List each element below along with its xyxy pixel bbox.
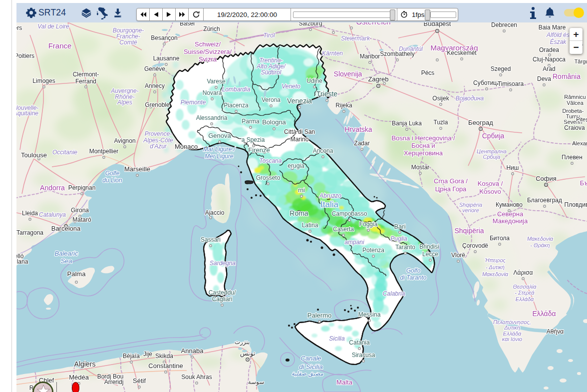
svg-text:Montpellier: Montpellier <box>89 148 119 155</box>
svg-text:Provence-: Provence- <box>145 130 172 137</box>
svg-text:Râmnicu: Râmnicu <box>564 94 586 100</box>
svg-text:Canale: Canale <box>300 355 321 362</box>
svg-text:Битола: Битола <box>490 235 510 242</box>
svg-text:Abruzzo: Abruzzo <box>319 192 341 199</box>
svg-text:Bari: Bari <box>394 223 405 230</box>
svg-text:Mar Ligure /: Mar Ligure / <box>203 146 236 153</box>
svg-text:erugia: erugia <box>288 162 304 169</box>
svg-text:Mataró: Mataró <box>72 216 91 223</box>
svg-text:Ferrand: Ferrand <box>75 78 96 85</box>
svg-text:Taranto: Taranto <box>395 244 415 251</box>
svg-text:Kecskemét: Kecskemét <box>447 49 477 56</box>
svg-text:Messina: Messina <box>358 311 381 318</box>
svg-text:Rijeka: Rijeka <box>335 102 352 109</box>
svg-text:Suisse/Svizzera/: Suisse/Svizzera/ <box>184 48 232 55</box>
svg-text:Piteșt: Piteșt <box>576 116 587 122</box>
svg-text:Siracusa: Siracusa <box>352 352 375 359</box>
svg-text:Médéa: Médéa <box>69 374 89 381</box>
svg-text:Cluj-Napoca: Cluj-Napoca <box>533 56 566 63</box>
svg-text:Basel: Basel <box>180 22 195 27</box>
svg-text:Београд: Београд <box>468 119 493 126</box>
svg-text:Alföld és: Alföld és <box>546 31 570 38</box>
svg-text:Calabria: Calabria <box>383 290 405 297</box>
svg-text:Balearic: Balearic <box>55 250 78 257</box>
svg-text:di Sicilia: di Sicilia <box>299 363 323 371</box>
svg-text:Αθήνα: Αθήνα <box>547 328 564 335</box>
svg-text:Craiova: Craiova <box>564 124 585 131</box>
svg-text:Куманово: Куманово <box>496 201 523 208</box>
svg-text:Constantine: Constantine <box>148 362 183 370</box>
svg-text:România: România <box>553 72 581 80</box>
svg-text:Timisoara: Timisoara <box>498 80 524 87</box>
svg-text:Δυτική: Δυτική <box>504 325 520 331</box>
svg-text:Vlorë: Vlorë <box>451 252 465 259</box>
svg-text:Debrecen: Debrecen <box>491 22 517 28</box>
svg-text:Palermo: Palermo <box>307 312 331 319</box>
svg-text:Grenoble: Grenoble <box>145 101 170 108</box>
svg-text:Lleida: Lleida <box>22 210 38 217</box>
svg-text:Genova: Genova <box>208 132 231 139</box>
svg-text:Cagliari: Cagliari <box>212 296 233 303</box>
svg-text:Souk Ahras: Souk Ahras <box>181 374 212 381</box>
svg-text:Србија: Србија <box>483 154 501 160</box>
svg-text:Војводина: Војводина <box>456 95 484 102</box>
svg-text:Annaba: Annaba <box>181 347 204 355</box>
svg-text:Sicilia: Sicilia <box>329 335 345 342</box>
svg-text:Val de Loire: Val de Loire <box>37 23 69 30</box>
svg-text:Szeged: Szeged <box>491 65 511 72</box>
svg-text:Catalunya: Catalunya <box>39 211 66 218</box>
svg-text:Alpes: Alpes <box>117 99 132 106</box>
svg-text:Oradea: Oradea <box>539 46 559 53</box>
svg-text:rni: rni <box>298 187 304 194</box>
svg-text:- Θράκη: - Θράκη <box>530 242 550 248</box>
svg-text:Arad: Arad <box>543 65 555 72</box>
svg-text:Grosseto: Grosseto <box>256 174 281 181</box>
svg-text:Veneto: Veneto <box>282 83 300 90</box>
svg-text:Barcelona: Barcelona <box>51 225 81 232</box>
svg-text:Marino: Marino <box>291 136 309 143</box>
svg-text:Zürich: Zürich <box>203 25 220 32</box>
svg-text:Banja Luka: Banja Luka <box>392 120 422 127</box>
svg-text:Μακεδονία: Μακεδονία <box>482 271 509 277</box>
svg-text:Sea: Sea <box>60 257 72 265</box>
svg-text:Ελλάδα: Ελλάδα <box>532 310 556 318</box>
svg-text:Северна: Северна <box>497 210 524 218</box>
svg-text:Steiermark: Steiermark <box>341 35 370 42</box>
svg-text:Arreridj: Arreridj <box>104 379 124 386</box>
svg-text:Slovenija: Slovenija <box>334 70 362 78</box>
svg-text:Caserta: Caserta <box>333 226 354 233</box>
svg-text:Kosova /: Kosova / <box>478 180 503 187</box>
svg-text:Schweiz/: Schweiz/ <box>195 40 221 48</box>
svg-text:Firenze: Firenze <box>248 146 270 154</box>
svg-text:Golfe: Golfe <box>105 170 120 177</box>
svg-text:Ниш: Ниш <box>507 164 519 171</box>
svg-text:Plana: Plana <box>16 258 28 265</box>
svg-text:Ελλάδα: Ελλάδα <box>516 296 534 302</box>
svg-text:di Taranto: di Taranto <box>400 274 427 281</box>
svg-text:Zadar: Zadar <box>354 140 369 147</box>
svg-text:Ancona: Ancona <box>313 147 333 154</box>
svg-text:Toscana: Toscana <box>260 157 282 164</box>
svg-text:Црна Гора: Црна Гора <box>435 185 467 193</box>
svg-text:Λάρισα: Λάρισα <box>514 269 533 276</box>
svg-text:Pécs: Pécs <box>421 69 435 76</box>
svg-text:Foggia: Foggia <box>359 221 378 228</box>
svg-text:Zagreb: Zagreb <box>368 75 388 83</box>
svg-text:Kärnten: Kärnten <box>322 50 343 57</box>
svg-text:Avignon: Avignon <box>114 137 135 144</box>
svg-text:تونس: تونس <box>240 350 256 358</box>
svg-text:Palma: Palma <box>67 270 86 278</box>
svg-text:France: France <box>48 41 72 50</box>
svg-text:Piacenza: Piacenza <box>224 102 249 109</box>
svg-text:Toulouse: Toulouse <box>21 151 47 159</box>
svg-text:Alessandria: Alessandria <box>196 114 228 121</box>
svg-text:Észak: Észak <box>550 38 567 45</box>
svg-text:Jije: Jije <box>143 351 152 358</box>
svg-text:Venezia: Venezia <box>287 97 312 105</box>
svg-text:Italia: Italia <box>320 200 338 209</box>
svg-text:Пловдив: Пловдив <box>565 201 587 208</box>
svg-text:Vâlcea: Vâlcea <box>567 100 584 106</box>
svg-text:Mer Ligure: Mer Ligure <box>205 153 234 160</box>
svg-text:Annecy: Annecy <box>145 82 165 89</box>
svg-text:Bologna: Bologna <box>262 118 286 126</box>
